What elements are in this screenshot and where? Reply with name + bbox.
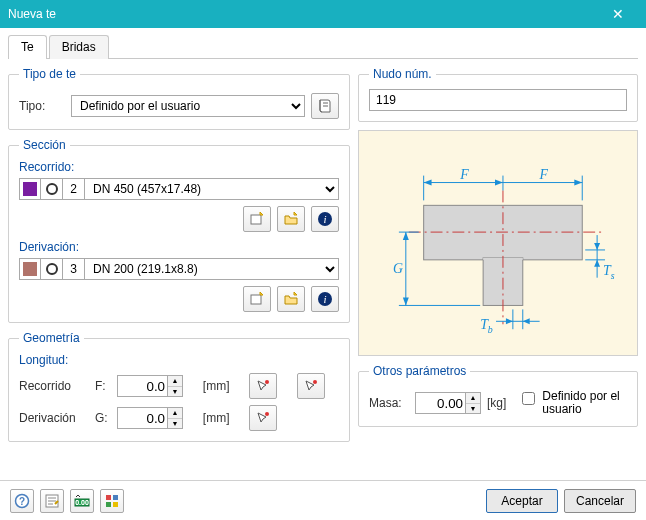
spin-down-icon[interactable]: ▼	[168, 419, 182, 429]
recorrido-pick-button[interactable]	[277, 206, 305, 232]
derivacion-index: 3	[63, 258, 85, 280]
geom-recorrido-sym: F:	[95, 379, 111, 393]
book-icon	[317, 98, 333, 114]
geom-recorrido-input[interactable]	[117, 375, 167, 397]
legend-tipo-de-te: Tipo de te	[19, 67, 80, 81]
help-button[interactable]: ?	[10, 489, 34, 513]
pick-icon	[255, 378, 271, 394]
svg-point-14	[265, 412, 269, 416]
svg-marker-8	[260, 292, 263, 295]
geom-derivacion-spinner[interactable]: ▲▼	[117, 407, 197, 429]
svg-marker-24	[495, 180, 503, 186]
label-definido-usuario: Definido por el usuario	[542, 390, 622, 416]
note-button[interactable]	[40, 489, 64, 513]
units-icon: 0.00	[74, 493, 90, 509]
geom-recorrido-spinner[interactable]: ▲▼	[117, 375, 197, 397]
dim-F-left: F	[459, 167, 469, 182]
units-button[interactable]: 0.00	[70, 489, 94, 513]
footer: ? 0.00 Aceptar Cancelar	[0, 480, 646, 520]
svg-rect-52	[106, 502, 111, 507]
model-button[interactable]	[100, 489, 124, 513]
svg-text:i: i	[323, 213, 326, 225]
derivacion-info-button[interactable]: i	[311, 286, 339, 312]
new-icon	[249, 211, 265, 227]
group-geometria: Geometría Longitud: Recorrido F: ▲▼ [mm]…	[8, 331, 350, 442]
help-icon: ?	[14, 493, 30, 509]
tab-te[interactable]: Te	[8, 35, 47, 59]
recorrido-color[interactable]	[19, 178, 41, 200]
spin-up-icon[interactable]: ▲	[168, 408, 182, 419]
info-icon: i	[317, 211, 333, 227]
folder-icon	[283, 291, 299, 307]
tee-svg: F F G Tb	[359, 131, 637, 355]
geom-derivacion-pick1[interactable]	[249, 405, 277, 431]
recorrido-info-button[interactable]: i	[311, 206, 339, 232]
svg-marker-32	[403, 298, 409, 306]
model-icon	[104, 493, 120, 509]
svg-text:?: ?	[19, 496, 25, 507]
left-column: Tipo de te Tipo: Definido por el usuario…	[8, 67, 350, 442]
geom-recorrido-pick2[interactable]	[297, 373, 325, 399]
masa-input[interactable]	[415, 392, 465, 414]
spin-down-icon[interactable]: ▼	[168, 387, 182, 397]
recorrido-ring-icon	[41, 178, 63, 200]
geom-derivacion-name: Derivación	[19, 411, 89, 425]
label-longitud: Longitud:	[19, 353, 339, 367]
right-column: Nudo núm. F	[358, 67, 638, 442]
svg-marker-36	[506, 318, 513, 324]
svg-text:Ts: Ts	[603, 263, 615, 281]
accept-button[interactable]: Aceptar	[486, 489, 558, 513]
svg-marker-31	[403, 232, 409, 240]
svg-point-6	[47, 264, 57, 274]
close-icon[interactable]: ✕	[598, 4, 638, 24]
checkbox-definido-usuario[interactable]	[522, 392, 535, 405]
spin-up-icon[interactable]: ▲	[466, 393, 480, 404]
legend-nudo: Nudo núm.	[369, 67, 436, 81]
new-icon	[249, 291, 265, 307]
recorrido-index: 2	[63, 178, 85, 200]
spin-down-icon[interactable]: ▼	[466, 404, 480, 414]
svg-rect-50	[106, 495, 111, 500]
svg-marker-23	[424, 180, 432, 186]
svg-point-0	[47, 184, 57, 194]
select-recorrido[interactable]: DN 450 (457x17.48)	[85, 178, 339, 200]
label-recorrido: Recorrido:	[19, 160, 339, 174]
pick-icon	[255, 410, 271, 426]
derivacion-ring-icon	[41, 258, 63, 280]
masa-spinner[interactable]: ▲▼	[415, 392, 481, 414]
svg-text:i: i	[323, 293, 326, 305]
library-button[interactable]	[311, 93, 339, 119]
select-tipo[interactable]: Definido por el usuario	[71, 95, 305, 117]
info-icon: i	[317, 291, 333, 307]
note-icon	[44, 493, 60, 509]
group-nudo: Nudo núm.	[358, 67, 638, 122]
tab-bar: Te Bridas	[8, 34, 638, 59]
geom-recorrido-pick1[interactable]	[249, 373, 277, 399]
derivacion-pick-button[interactable]	[277, 286, 305, 312]
folder-icon	[283, 211, 299, 227]
geom-derivacion-input[interactable]	[117, 407, 167, 429]
group-otros: Otros parámetros Masa: ▲▼ [kg] Definido …	[358, 364, 638, 427]
svg-marker-3	[294, 212, 297, 215]
masa-unit: [kg]	[487, 396, 506, 410]
input-nudo[interactable]	[369, 89, 627, 111]
spin-up-icon[interactable]: ▲	[168, 376, 182, 387]
geom-derivacion-sym: G:	[95, 411, 111, 425]
legend-seccion: Sección	[19, 138, 70, 152]
dim-F-right: F	[539, 167, 549, 182]
svg-rect-53	[113, 502, 118, 507]
svg-text:0.00: 0.00	[75, 499, 89, 506]
derivacion-new-button[interactable]	[243, 286, 271, 312]
svg-marker-37	[523, 318, 530, 324]
cancel-button[interactable]: Cancelar	[564, 489, 636, 513]
select-derivacion[interactable]: DN 200 (219.1x8.8)	[85, 258, 339, 280]
svg-marker-2	[260, 212, 263, 215]
recorrido-new-button[interactable]	[243, 206, 271, 232]
svg-point-13	[313, 380, 317, 384]
svg-rect-51	[113, 495, 118, 500]
geom-derivacion-unit: [mm]	[203, 411, 244, 425]
svg-marker-27	[574, 180, 582, 186]
derivacion-color[interactable]	[19, 258, 41, 280]
tab-bridas[interactable]: Bridas	[49, 35, 109, 59]
label-masa: Masa:	[369, 396, 409, 410]
